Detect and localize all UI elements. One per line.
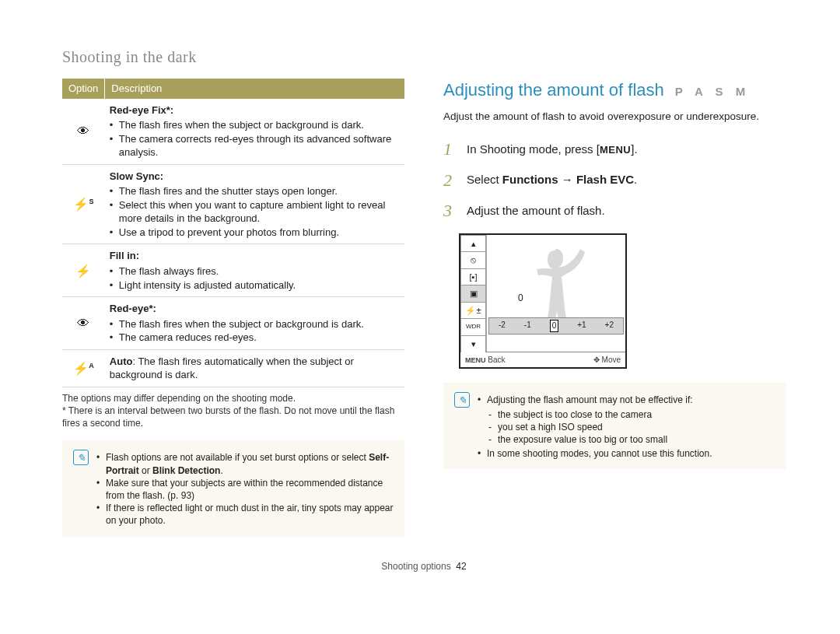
page-number: 42	[456, 561, 466, 572]
table-row: Auto: The flash fires automatically when…	[62, 349, 404, 387]
option-bullet: The flash fires when the subject or back…	[110, 118, 400, 132]
mode-indicators: P A S M	[675, 84, 750, 100]
option-bullet: The flash always fires.	[110, 264, 400, 278]
lcd-down-arrow-icon: ▾	[460, 335, 486, 352]
slow-sync-icon	[73, 194, 93, 213]
red-eye-fix-icon	[77, 123, 89, 138]
lcd-ev-scale: -2 -1 0 +1 +2	[488, 317, 624, 335]
note-icon: ✎	[73, 450, 89, 465]
lcd-preview: ▴ ⦸ [▪] ▣ ⚡± WDR ▾ 0 -2	[459, 233, 627, 370]
right-column: Adjusting the amount of flash P A S M Ad…	[443, 79, 786, 537]
step-number: 3	[443, 199, 456, 222]
step-number: 1	[443, 138, 456, 161]
lcd-metering-icon: [▪]	[460, 268, 486, 285]
note-sub-bullet: the subject is too close to the camera	[488, 408, 712, 421]
note-bullet: In some shooting modes, you cannot use t…	[478, 447, 712, 460]
lcd-flash-off-icon: ⦸	[460, 251, 486, 268]
ev-tick: +1	[577, 320, 586, 332]
footer-label: Shooting options	[381, 561, 450, 572]
note-bullet: Flash options are not available if you s…	[96, 451, 394, 476]
lcd-ev-icon: ▣	[460, 285, 486, 302]
ev-tick: -2	[499, 320, 506, 332]
note-bullet: Adjusting the flash amount may not be ef…	[478, 394, 712, 406]
option-inline-bold: Auto	[110, 356, 133, 367]
th-option: Option	[62, 79, 105, 99]
note-bullet: If there is reflected light or much dust…	[96, 502, 394, 527]
note-bullet: Make sure that your subjects are within …	[96, 477, 394, 502]
option-title: Red-eye*:	[110, 302, 400, 316]
lcd-current-value: 0	[518, 292, 523, 304]
left-note-box: ✎ Flash options are not available if you…	[62, 440, 404, 536]
ev-tick-selected: 0	[550, 320, 559, 332]
footnote-line: The options may differ depending on the …	[62, 392, 404, 405]
right-note-box: ✎ Adjusting the flash amount may not be …	[443, 383, 786, 469]
th-description: Description	[105, 79, 404, 99]
option-bullet: Light intensity is adjusted automaticall…	[110, 278, 400, 292]
left-footnotes: The options may differ depending on the …	[62, 392, 404, 430]
option-bullet: The flash fires and the shutter stays op…	[110, 184, 400, 198]
step-number: 2	[443, 169, 456, 192]
lcd-move-label: Move	[602, 356, 621, 364]
lcd-flash-ev-icon: ⚡±	[460, 302, 486, 319]
ev-tick: +2	[605, 320, 614, 332]
option-bullet: Use a tripod to prevent your photos from…	[110, 226, 400, 240]
auto-flash-icon	[73, 359, 94, 377]
lcd-footer: MENU Back ✥ Move	[460, 352, 625, 368]
option-bullet: Select this when you want to capture amb…	[110, 198, 400, 226]
section-title: Shooting in the dark	[62, 47, 786, 68]
right-description: Adjust the amount of flash to avoid over…	[443, 110, 786, 124]
lcd-sidebar: ▴ ⦸ [▪] ▣ ⚡± WDR ▾	[460, 235, 487, 352]
red-eye-icon	[77, 315, 89, 331]
page-footer: Shooting options 42	[62, 560, 786, 573]
note-icon: ✎	[454, 392, 470, 408]
option-title: Slow Sync:	[110, 170, 400, 184]
option-bullet: The camera reduces red-eyes.	[110, 331, 400, 345]
step-item: 2 Select Functions → Flash EVC.	[443, 169, 786, 192]
lcd-canvas: 0 -2 -1 0 +1 +2	[487, 235, 625, 352]
ev-tick: -1	[524, 320, 531, 332]
table-row: Red-eye Fix*: The flash fires when the s…	[62, 99, 404, 165]
lcd-up-arrow-icon: ▴	[460, 235, 486, 252]
table-row: Fill in: The flash always fires. Light i…	[62, 244, 404, 297]
note-sub-bullet: you set a high ISO speed	[488, 421, 712, 433]
table-row: Red-eye*: The flash fires when the subje…	[62, 297, 404, 350]
option-title: Red-eye Fix*:	[110, 103, 400, 117]
fill-in-icon	[75, 263, 91, 278]
menu-key-label: MENU	[600, 144, 631, 156]
option-bullet: The flash fires when the subject or back…	[110, 317, 400, 331]
lcd-back-label: Back	[488, 356, 505, 364]
nav-cross-icon: ✥	[593, 356, 600, 364]
lcd-back-key: MENU	[465, 356, 486, 364]
left-column: Option Description Red-eye Fix*: The fla…	[62, 79, 404, 537]
options-table: Option Description Red-eye Fix*: The fla…	[62, 79, 404, 387]
note-sub-bullet: the exposure value is too big or too sma…	[488, 433, 712, 446]
option-inline-text: : The flash fires automatically when the…	[110, 356, 354, 381]
option-title: Fill in:	[110, 249, 400, 263]
footnote-line: * There is an interval between two burst…	[62, 405, 404, 429]
step-item: 1 In Shooting mode, press [MENU].	[443, 138, 786, 161]
table-row: Slow Sync: The flash fires and the shutt…	[62, 164, 404, 244]
lcd-wdr-icon: WDR	[460, 318, 486, 335]
right-heading: Adjusting the amount of flash	[443, 79, 664, 102]
steps-list: 1 In Shooting mode, press [MENU]. 2 Sele…	[443, 138, 786, 222]
step-item: 3 Adjust the amount of flash.	[443, 199, 786, 222]
option-bullet: The camera corrects red-eyes through its…	[110, 132, 400, 159]
